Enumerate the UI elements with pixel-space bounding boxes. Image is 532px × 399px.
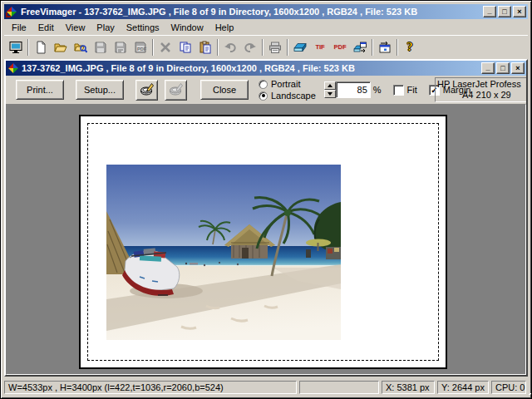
open-folder-icon[interactable]: [51, 37, 71, 57]
save-icon[interactable]: [91, 37, 111, 57]
menu-help[interactable]: Help: [209, 21, 240, 34]
main-toolbar: PDF TIF PDF: [4, 35, 528, 58]
status-progress-panel: [299, 381, 379, 394]
child-titlebar[interactable]: 137-3762_IMG.JPG , File 8 of 9 in Direct…: [6, 61, 526, 76]
child-minimize-button[interactable]: _: [481, 62, 495, 74]
portrait-radio[interactable]: [259, 80, 268, 89]
landscape-radio[interactable]: [259, 91, 268, 101]
toolbar-separator: [397, 39, 398, 56]
svg-text:PDF: PDF: [137, 47, 147, 52]
toolbar-separator: [152, 39, 154, 56]
undo-icon[interactable]: [220, 37, 240, 57]
maximize-button[interactable]: □: [498, 6, 511, 17]
status-bar: W=4533px , H=3400px (l=422,t=1036,r=2060…: [4, 378, 528, 395]
orientation-group: Portrait Landscape: [259, 79, 316, 101]
copy-icon[interactable]: [175, 37, 195, 57]
beach-photo: [106, 165, 341, 340]
landscape-label: Landscape: [271, 91, 316, 101]
printer-info-box: HP LaserJet Profess A4 210 x 29: [435, 77, 528, 102]
paste-icon[interactable]: [195, 37, 215, 57]
help-icon[interactable]: ?: [400, 37, 420, 57]
scan-icon[interactable]: [290, 37, 310, 57]
status-image-info: W=4533px , H=3400px (l=422,t=1036,r=2060…: [4, 381, 297, 394]
status-x-position: X: 5381 px: [382, 381, 435, 394]
child-close-button[interactable]: ×: [511, 62, 525, 74]
toolbar-separator: [262, 39, 264, 56]
child-window-title: 137-3762_IMG.JPG , File 8 of 9 in Direct…: [22, 63, 479, 73]
resize-grip[interactable]: [529, 383, 532, 395]
zoom-spinner: %: [324, 81, 382, 98]
main-titlebar[interactable]: FreeVimager - 137-3762_IMG.JPG , File 8 …: [4, 4, 528, 19]
toolbar-separator: [287, 39, 288, 56]
fit-label: Fit: [407, 85, 417, 95]
child-window-icon: [7, 62, 19, 74]
app-icon: [6, 6, 18, 17]
print-toolbar: Print... Setup... Close Portrait Landsca…: [6, 76, 526, 104]
delete-icon[interactable]: [155, 37, 175, 57]
menu-window[interactable]: Window: [165, 21, 209, 34]
menu-edit[interactable]: Edit: [32, 21, 60, 34]
screen-view-icon[interactable]: [6, 37, 26, 57]
printer-paper-size: A4 210 x 29: [437, 90, 528, 101]
new-file-icon[interactable]: [31, 37, 51, 57]
email-window-icon[interactable]: [375, 37, 395, 57]
print-annotate-disabled-button[interactable]: [165, 80, 187, 101]
preview-area: [6, 104, 526, 375]
redo-icon[interactable]: [240, 37, 260, 57]
printer-name: HP LaserJet Profess: [437, 79, 528, 90]
toolbar-separator: [27, 39, 29, 56]
zoom-down-button[interactable]: [324, 90, 336, 98]
toolbar-separator: [217, 39, 219, 56]
status-y-position: Y: 2644 px: [437, 381, 489, 394]
menu-file[interactable]: File: [6, 21, 32, 34]
batch-tif-icon[interactable]: TIF: [310, 37, 330, 57]
print-icon[interactable]: [265, 37, 285, 57]
status-cpu: CPU: 0: [491, 381, 526, 394]
minimize-button[interactable]: _: [483, 6, 496, 17]
save-as-icon[interactable]: [111, 37, 131, 57]
menu-play[interactable]: Play: [91, 21, 120, 34]
toolbar-separator: [372, 39, 373, 56]
preview-page: [79, 115, 447, 369]
menu-settings[interactable]: Settings: [121, 21, 165, 34]
close-preview-button[interactable]: Close: [200, 80, 249, 100]
zoom-input[interactable]: [336, 81, 371, 98]
batch-pdf-icon[interactable]: PDF: [330, 37, 350, 57]
print-preview-window: 137-3762_IMG.JPG , File 8 of 9 in Direct…: [4, 59, 528, 377]
percent-label: %: [373, 85, 382, 95]
browse-folder-icon[interactable]: [71, 37, 91, 57]
batch-scan-icon[interactable]: [350, 37, 370, 57]
portrait-label: Portrait: [271, 79, 300, 89]
print-annotate-button[interactable]: [135, 80, 158, 101]
printer-pen-disabled-icon: [169, 82, 184, 97]
printer-pen-icon: [140, 82, 155, 97]
menu-view[interactable]: View: [60, 21, 91, 34]
fit-checkbox[interactable]: [393, 85, 404, 96]
child-maximize-button[interactable]: □: [496, 62, 510, 74]
freevimager-window: FreeVimager - 137-3762_IMG.JPG , File 8 …: [0, 0, 532, 399]
zoom-up-button[interactable]: [324, 81, 336, 90]
close-button[interactable]: ×: [513, 6, 526, 17]
window-title: FreeVimager - 137-3762_IMG.JPG , File 8 …: [21, 7, 480, 17]
menubar: File Edit View Play Settings Window Help: [4, 20, 528, 35]
setup-button[interactable]: Setup...: [76, 80, 124, 100]
print-button[interactable]: Print...: [16, 80, 64, 100]
save-pdf-icon[interactable]: PDF: [131, 37, 150, 57]
